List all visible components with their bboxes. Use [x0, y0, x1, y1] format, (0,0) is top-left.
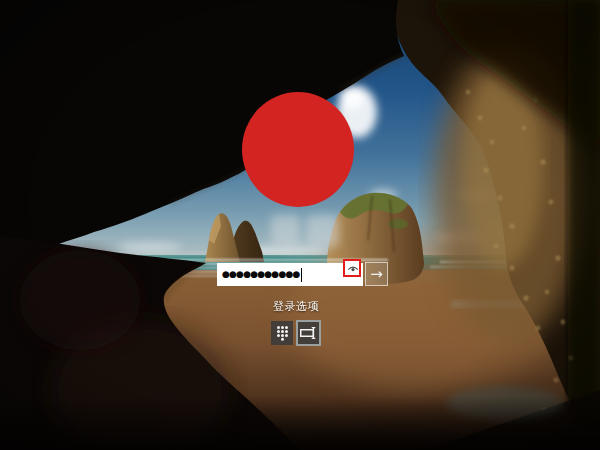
pin-pad-icon — [276, 325, 289, 341]
username-redaction-blur — [271, 215, 300, 247]
signin-options-label[interactable]: 登录选项 — [216, 299, 376, 314]
wallpaper-background — [0, 0, 600, 450]
eye-icon — [347, 264, 359, 273]
submit-button[interactable]: → — [365, 262, 388, 286]
password-input[interactable]: ●●●●●●●●●●● — [217, 263, 363, 286]
password-masked-value: ●●●●●●●●●●● — [222, 263, 300, 286]
arrow-right-icon: → — [370, 265, 383, 283]
signin-option-pin[interactable] — [271, 321, 293, 345]
text-caret — [301, 268, 303, 282]
windows-login-screen: ●●●●●●●●●●● → 登录选项 — [0, 0, 600, 450]
bottom-shadow — [0, 0, 600, 450]
password-box-icon — [300, 326, 317, 340]
username-redaction-blur — [306, 215, 339, 247]
signin-option-password[interactable] — [296, 320, 321, 346]
reveal-password-button[interactable] — [344, 260, 361, 277]
username-redaction-blur — [283, 245, 329, 254]
avatar — [242, 92, 354, 207]
